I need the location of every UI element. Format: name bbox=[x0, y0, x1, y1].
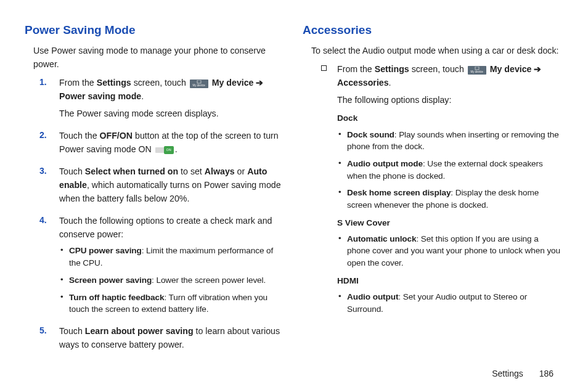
bullet-item: CPU power saving: Limit the maximum perf… bbox=[59, 245, 285, 269]
text: . bbox=[389, 78, 391, 88]
square-item: From the Settings screen, touch My devic… bbox=[335, 62, 563, 315]
text: screen, touch bbox=[409, 64, 467, 74]
bold: Turn off haptic feedback bbox=[69, 293, 164, 302]
bold: Always bbox=[205, 166, 235, 176]
my-device-icon bbox=[468, 66, 486, 75]
heading-accessories: Accessories bbox=[303, 21, 563, 39]
bold: Audio output mode bbox=[347, 159, 423, 168]
step-1: 1. From the Settings screen, touch My de… bbox=[57, 76, 285, 120]
bold: Learn about power saving bbox=[85, 326, 194, 336]
footer-section: Settings bbox=[492, 369, 523, 378]
step-number: 2. bbox=[39, 129, 47, 142]
text: : Lower the screen power level. bbox=[152, 276, 266, 285]
text: Touch bbox=[59, 326, 85, 336]
bold: My device bbox=[488, 64, 534, 74]
step-number: 1. bbox=[39, 76, 47, 89]
bold: CPU power saving bbox=[69, 246, 142, 255]
bullets-sview: Automatic unlock: Set this option If you… bbox=[337, 233, 563, 269]
page-footer: Settings 186 bbox=[492, 369, 553, 378]
step-3: 3. Touch Select when turned on to set Al… bbox=[57, 165, 285, 205]
bullet-item: Dock sound: Play sounds when inserting o… bbox=[337, 129, 563, 153]
bullet-item: Screen power saving: Lower the screen po… bbox=[59, 274, 285, 287]
step-4: 4. Touch the following options to create… bbox=[57, 214, 285, 316]
sub-bullets: CPU power saving: Limit the maximum perf… bbox=[59, 245, 285, 316]
bold: Settings bbox=[375, 64, 409, 74]
step-sub: The Power saving mode screen displays. bbox=[59, 107, 285, 120]
text: to set bbox=[178, 166, 205, 176]
page: Power Saving Mode Use Power saving mode … bbox=[0, 0, 588, 360]
arrow-icon: ➔ bbox=[256, 78, 263, 88]
text: Touch bbox=[59, 166, 85, 176]
steps-list: 1. From the Settings screen, touch My de… bbox=[43, 76, 285, 351]
bold: Automatic unlock bbox=[347, 234, 416, 243]
bold: Power saving mode bbox=[59, 91, 141, 101]
bullet-item: Audio output: Set your Audio output to S… bbox=[337, 291, 563, 315]
text: or bbox=[235, 166, 248, 176]
square-list: From the Settings screen, touch My devic… bbox=[321, 62, 563, 315]
text: From the bbox=[337, 64, 375, 74]
bold: Accessories bbox=[337, 78, 389, 88]
bold: Desk home screen display bbox=[347, 188, 451, 197]
bullet-item: Desk home screen display: Display the de… bbox=[337, 187, 563, 211]
bold: Settings bbox=[97, 78, 131, 88]
step-number: 3. bbox=[39, 165, 47, 178]
group-title-sview: S View Cover bbox=[337, 216, 563, 229]
step-5: 5. Touch Learn about power saving to lea… bbox=[57, 324, 285, 351]
bold: OFF/ON bbox=[99, 131, 133, 141]
text: Touch the following options to create a … bbox=[59, 216, 272, 239]
group-title-hdmi: HDMI bbox=[337, 274, 563, 287]
arrow-icon: ➔ bbox=[534, 64, 541, 74]
text: From the bbox=[59, 78, 97, 88]
text: Touch the bbox=[59, 131, 99, 141]
bullets-hdmi: Audio output: Set your Audio output to S… bbox=[337, 291, 563, 315]
step-number: 4. bbox=[39, 214, 47, 227]
bold: Audio output bbox=[347, 292, 398, 301]
intro-accessories: To select the Audio output mode when usi… bbox=[311, 44, 563, 57]
text: . bbox=[175, 144, 178, 154]
my-device-icon bbox=[190, 80, 208, 88]
svg-rect-1 bbox=[475, 67, 479, 70]
step-2: 2. Touch the OFF/ON button at the top of… bbox=[57, 129, 285, 156]
bold: Dock sound bbox=[347, 130, 394, 139]
bullet-item: Automatic unlock: Set this option If you… bbox=[337, 233, 563, 269]
on-toggle-icon: ON bbox=[155, 146, 174, 154]
intro-power-saving: Use Power saving mode to manage your pho… bbox=[33, 44, 285, 71]
bold: My device bbox=[210, 78, 256, 88]
text: screen, touch bbox=[131, 78, 189, 88]
sub-text: The following options display: bbox=[337, 93, 563, 107]
group-title-dock: Dock bbox=[337, 112, 563, 125]
text: . bbox=[141, 91, 144, 101]
bold: Screen power saving bbox=[69, 276, 152, 285]
bullets-dock: Dock sound: Play sounds when inserting o… bbox=[337, 129, 563, 211]
bullet-item: Turn off haptic feedback: Turn off vibra… bbox=[59, 292, 285, 316]
text: , which automatically turns on Power sav… bbox=[59, 180, 281, 203]
right-column: Accessories To select the Audio output m… bbox=[303, 21, 563, 360]
bold: Select when turned on bbox=[85, 166, 178, 176]
svg-rect-0 bbox=[197, 80, 201, 83]
heading-power-saving: Power Saving Mode bbox=[25, 21, 285, 39]
bullet-item: Audio output mode: Use the external dock… bbox=[337, 158, 563, 182]
left-column: Power Saving Mode Use Power saving mode … bbox=[25, 21, 285, 360]
footer-page-number: 186 bbox=[539, 369, 553, 378]
step-number: 5. bbox=[39, 324, 47, 338]
